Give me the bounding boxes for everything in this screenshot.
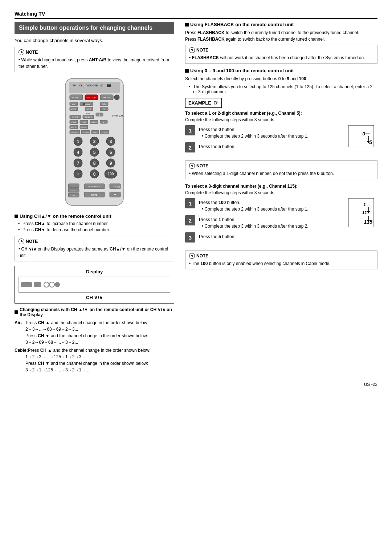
svg-text:POWER: POWER	[72, 97, 81, 99]
step1-text: Press the 0 button. • Complete the step …	[199, 125, 309, 139]
display-inner	[19, 277, 170, 293]
svg-text:MTB: MTB	[87, 108, 91, 110]
svg-text:6: 6	[110, 150, 112, 155]
black-square-1	[15, 215, 18, 218]
svg-text:0—: 0—	[362, 131, 371, 137]
ex2-step3-text: Press the 5 button.	[199, 232, 236, 240]
svg-text:TWIN CH: TWIN CH	[112, 114, 123, 117]
svg-text:SELECT: SELECT	[85, 116, 91, 118]
svg-rect-94	[34, 282, 41, 287]
svg-text:2: 2	[93, 139, 96, 144]
ex2-step3-num: 3	[185, 232, 195, 243]
ch-display-label: CH ∨/∧	[19, 295, 170, 300]
air-text: Air: Press CH ▲ and the channel change i…	[15, 319, 174, 346]
example1-display: 0— 5	[348, 125, 377, 148]
svg-point-96	[49, 282, 54, 287]
flashback-text1: Press FLASHBACK to switch the currently …	[185, 29, 377, 42]
page-header: Watching TV	[15, 11, 377, 19]
svg-text:▼: ▼	[103, 121, 105, 123]
note-icon-2: ✎	[19, 239, 24, 244]
svg-text:MUTE: MUTE	[91, 194, 98, 196]
example1-heading: To select a 1 or 2-digit channel number …	[185, 111, 377, 116]
svg-point-13	[114, 95, 119, 100]
ch-bullets: Press CH▲ to increase the channel number…	[15, 221, 174, 232]
example-icon: ☞	[213, 99, 219, 106]
svg-text:5: 5	[369, 139, 372, 145]
note-text-1: • While watching a broadcast, press ANT-…	[19, 57, 170, 70]
note-box-2: ✎ NOTE • CH ∨/∧ on the Display operates …	[15, 236, 174, 261]
note-text-2: • CH ∨/∧ on the Display operates the sam…	[19, 246, 170, 259]
step2-text: Press the 5 button.	[199, 142, 236, 150]
svg-text:SLEEP: SLEEP	[83, 131, 89, 134]
svg-text:ANT-A/B: ANT-A/B	[87, 97, 95, 99]
svg-text:4: 4	[77, 150, 79, 155]
note-label-5: NOTE	[196, 253, 208, 258]
note-icon-3: ✎	[189, 47, 195, 53]
svg-text:1—: 1—	[363, 202, 371, 207]
svg-text:INPUT: INPUT	[103, 97, 110, 99]
zero9-text: Select the channels directly by pressing…	[185, 76, 377, 82]
intro-text: You can change channels in several ways.	[15, 38, 174, 43]
note-label-4: NOTE	[196, 163, 208, 168]
note-box-1: ✎ NOTE • While watching a broadcast, pre…	[15, 47, 174, 72]
example2-complete: Complete the following steps within 3 se…	[185, 190, 377, 195]
svg-text:A/V: A/V	[72, 103, 75, 105]
svg-text:CC: CC	[103, 108, 106, 110]
svg-text:11—: 11—	[362, 210, 372, 215]
svg-text:INPUT: INPUT	[91, 121, 97, 123]
ch-bullet-2: Press CH▼ to decrease the channel number…	[18, 227, 174, 232]
example1-step2: 2 Press the 5 button.	[185, 142, 345, 152]
svg-text:EDIT: EDIT	[93, 131, 97, 134]
example2-step2: 2 Press the 1 button. • Complete the ste…	[185, 215, 345, 229]
note-text-4: • When selecting a 1-digit channel numbe…	[189, 170, 373, 177]
svg-text:+: +	[73, 185, 74, 187]
svg-text:LD: LD	[100, 84, 103, 87]
example1-step1: 1 Press the 0 button. • Complete the ste…	[185, 125, 345, 139]
display-box: Display CH ∨/∧	[15, 266, 174, 303]
svg-text:5: 5	[93, 150, 96, 155]
note-icon-4: ✎	[189, 163, 195, 169]
ex2-step1-num: 1	[185, 198, 195, 208]
svg-text:7: 7	[77, 161, 79, 166]
cable-text: Cable:Press CH ▲ and the channel change …	[15, 347, 174, 373]
example-box: EXAMPLE ☞	[185, 98, 222, 108]
ch-bullet-1: Press CH▲ to increase the channel number…	[18, 221, 174, 226]
svg-text:SUB: SUB	[82, 121, 86, 123]
svg-text:PRSET: PRSET	[81, 126, 87, 129]
svg-text:CH: CH	[117, 186, 120, 188]
note-label-3: NOTE	[196, 48, 208, 53]
ex2-step2-num: 2	[185, 215, 195, 225]
svg-text:D/TV: D/TV	[102, 103, 106, 105]
black-square-2	[15, 310, 18, 314]
ch-section-heading: Using CH▲/▼ on the remote control unit	[15, 213, 174, 219]
remote-control-image: TV CBL VCR DVD LD ▓▓ POWER ANT-A/B INPUT…	[58, 77, 131, 208]
note-text-3: • FLASHBACK will not work if no channel …	[189, 54, 373, 61]
svg-point-97	[55, 282, 60, 287]
note-icon-1: ✎	[19, 49, 24, 55]
changing-section-heading: Changing channels with CH ▲/▼ on the rem…	[15, 307, 174, 317]
note-icon-5: ✎	[189, 253, 195, 259]
ex2-step1-text: Press the 100 button. • Complete the ste…	[199, 198, 309, 212]
svg-text:1: 1	[77, 139, 79, 144]
svg-text:DISPLAY: DISPLAY	[71, 131, 79, 134]
svg-text:—: —	[73, 194, 75, 196]
ex2-step2-text: Press the 1 button. • Complete the step …	[199, 215, 309, 229]
display-title: Display	[19, 269, 170, 274]
svg-text:▼: ▼	[114, 193, 117, 196]
example2-step1: 1 Press the 100 button. • Complete the s…	[185, 198, 345, 212]
black-square-3	[185, 23, 189, 27]
svg-rect-1	[69, 82, 120, 93]
svg-text:▲: ▲	[98, 114, 101, 116]
note-box-4: ✎ NOTE • When selecting a 1-digit channe…	[185, 160, 377, 179]
zero9-bullets: The System allows you to select up to 12…	[185, 84, 377, 94]
svg-text:9: 9	[110, 161, 112, 166]
svg-text:MODE: MODE	[71, 126, 77, 129]
example1-steps-container: 1 Press the 0 button. • Complete the ste…	[185, 125, 377, 155]
note-text-5: • The 100 button is only enabled when se…	[189, 260, 373, 267]
note-label-2: NOTE	[26, 239, 38, 244]
svg-text:100: 100	[108, 172, 114, 176]
example2-display: 1— 11— 115	[348, 198, 377, 228]
example2-step3: 3 Press the 5 button.	[185, 232, 345, 243]
section-title: Simple button operations for changing ch…	[15, 22, 174, 34]
note-box-5: ✎ NOTE • The 100 button is only enabled …	[185, 250, 377, 269]
